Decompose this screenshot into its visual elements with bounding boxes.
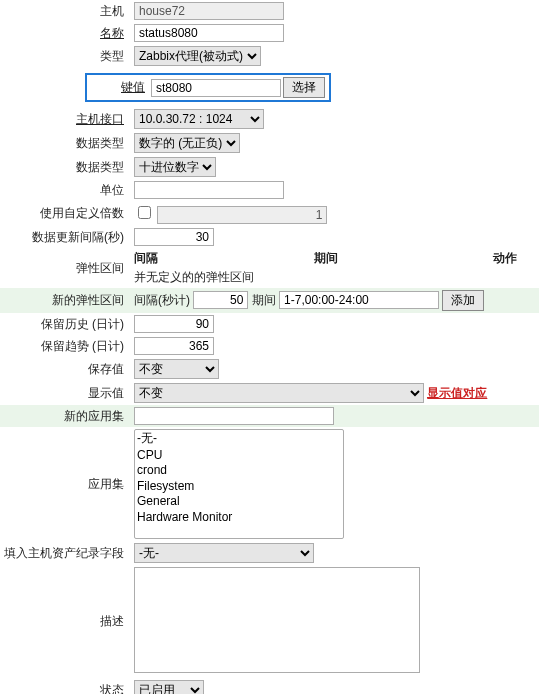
info-type-select[interactable]: 数字的 (无正负) (134, 133, 240, 153)
key-input[interactable] (151, 79, 281, 97)
type-select[interactable]: Zabbix代理(被动式) (134, 46, 261, 66)
flex-col-action: 动作 (493, 250, 539, 269)
label-history: 保留历史 (日计) (41, 317, 124, 331)
show-value-select[interactable]: 不变 (134, 383, 424, 403)
store-value-select[interactable]: 不变 (134, 359, 219, 379)
label-units: 单位 (100, 183, 124, 197)
history-input[interactable] (134, 315, 214, 333)
app-option[interactable]: CPU (135, 448, 343, 463)
units-input[interactable] (134, 181, 284, 199)
custom-mult-checkbox[interactable] (138, 206, 151, 219)
flex-col-interval: 间隔 (134, 250, 314, 269)
label-interface: 主机接口 (76, 112, 124, 126)
label-new-flex: 新的弹性区间 (52, 293, 124, 307)
label-store-value: 保存值 (88, 362, 124, 376)
flex-col-period: 期间 (314, 250, 494, 269)
new-app-input[interactable] (134, 407, 334, 425)
inventory-select[interactable]: -无- (134, 543, 314, 563)
label-name: 名称 (100, 26, 124, 40)
new-flex-interval-input[interactable] (193, 291, 248, 309)
status-select[interactable]: 已启用 (134, 680, 204, 694)
label-flex-intervals: 弹性区间 (76, 261, 124, 275)
label-custom-mult: 使用自定义倍数 (40, 206, 124, 220)
label-update-interval: 数据更新间隔(秒) (32, 230, 124, 244)
interface-select[interactable]: 10.0.30.72 : 1024 (134, 109, 264, 129)
flex-intervals-table: 间隔 期间 动作 并无定义的的弹性区间 (134, 250, 539, 286)
update-interval-input[interactable] (134, 228, 214, 246)
label-info-type: 数据类型 (76, 136, 124, 150)
label-key: 键值 (91, 79, 151, 96)
label-applications: 应用集 (88, 477, 124, 491)
label-data-type: 数据类型 (76, 160, 124, 174)
label-trends: 保留趋势 (日计) (41, 339, 124, 353)
app-option[interactable]: Filesystem (135, 479, 343, 494)
app-option[interactable]: -无- (135, 430, 343, 448)
label-status: 状态 (100, 683, 124, 695)
app-option[interactable]: crond (135, 463, 343, 478)
host-field (134, 2, 284, 20)
app-option[interactable]: General (135, 494, 343, 509)
show-value-map-link[interactable]: 显示值对应 (427, 386, 487, 400)
flex-empty-msg: 并无定义的的弹性区间 (134, 269, 539, 286)
label-description: 描述 (100, 614, 124, 628)
new-flex-interval-label: 间隔(秒计) (134, 293, 190, 307)
applications-select[interactable]: -无-CPUcrondFilesystemGeneralHardware Mon… (134, 429, 344, 539)
select-button[interactable]: 选择 (283, 77, 325, 98)
custom-mult-input (157, 206, 327, 224)
new-flex-period-label: 期间 (252, 293, 276, 307)
data-type-select[interactable]: 十进位数字 (134, 157, 216, 177)
app-option[interactable]: Hardware Monitor (135, 510, 343, 525)
new-flex-period-input[interactable] (279, 291, 439, 309)
label-show-value: 显示值 (88, 386, 124, 400)
name-input[interactable] (134, 24, 284, 42)
add-button[interactable]: 添加 (442, 290, 484, 311)
label-new-app: 新的应用集 (64, 409, 124, 423)
description-textarea[interactable] (134, 567, 420, 673)
trends-input[interactable] (134, 337, 214, 355)
label-inventory: 填入主机资产纪录字段 (4, 546, 124, 560)
label-type: 类型 (100, 49, 124, 63)
label-host: 主机 (100, 4, 124, 18)
